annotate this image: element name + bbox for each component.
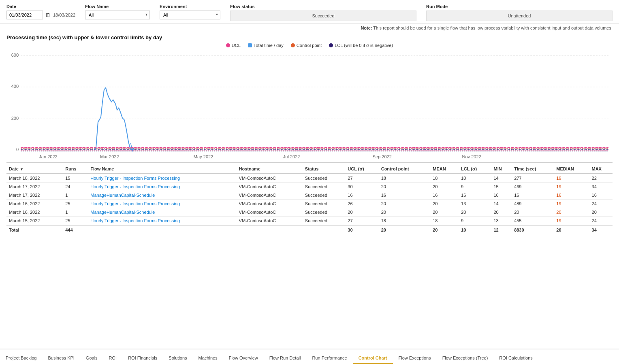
legend-ucl: UCL [226, 43, 241, 48]
total-time-label: Total time / day [254, 43, 284, 48]
tab-control-chart[interactable]: Control Chart [353, 352, 393, 364]
cell-lcl: 13 [459, 200, 491, 208]
tab-flow-run-detail[interactable]: Flow Run Detail [264, 352, 307, 364]
calendar-icon[interactable]: 🗓 [45, 12, 51, 18]
cell-lcl: 9 [459, 217, 491, 226]
cell-median: 19 [554, 183, 589, 191]
col-runs: Runs [63, 164, 88, 174]
cell-ucl: 20 [345, 208, 378, 217]
svg-text:200: 200 [11, 116, 19, 121]
tab-roi-financials[interactable]: ROI Financials [122, 352, 163, 364]
tab-flow-exceptions[interactable]: Flow Exceptions [393, 352, 437, 364]
svg-text:Mar 2022: Mar 2022 [100, 154, 119, 159]
date-filter-group: Date 🗓 18/03/2022 [6, 4, 75, 19]
cell-mean: 18 [430, 217, 459, 226]
col-status: Status [303, 164, 346, 174]
run-mode-button[interactable]: Unattended [426, 11, 613, 21]
footer-cp: 20 [379, 225, 431, 234]
cell-ucl: 27 [345, 174, 378, 183]
environment-select[interactable]: All [160, 11, 220, 19]
cell-control-point: 18 [379, 174, 431, 183]
col-lcl: LCL (σ) [459, 164, 491, 174]
note-prefix: Note: [361, 26, 372, 30]
environment-filter-group: Environment All [160, 4, 220, 19]
tab-business-kpi[interactable]: Business KPI [42, 352, 80, 364]
cell-status: Succeeded [303, 217, 346, 226]
lcl-label: LCL (will be 0 if σ is negative) [335, 43, 393, 48]
cell-flow-name[interactable]: Hourly Trigger - Inspection Forms Proces… [88, 174, 236, 183]
cell-flow-name[interactable]: ManageHumanCapital-Schedule [88, 208, 236, 217]
flow-name-select[interactable]: All [85, 11, 150, 19]
cell-max: 34 [589, 183, 613, 191]
col-max: MAX [589, 164, 613, 174]
col-ucl: UCL (σ) [345, 164, 378, 174]
cell-runs: 25 [63, 217, 88, 226]
cell-flow-name[interactable]: ManageHumanCapital-Schedule [88, 191, 236, 200]
svg-text:Sep 2022: Sep 2022 [373, 154, 392, 159]
flow-status-button[interactable]: Succeeded [230, 11, 416, 21]
tab-goals[interactable]: Goals [80, 352, 103, 364]
table-header-row: Date ▼ Runs Flow Name Hostname Status UC… [6, 164, 613, 174]
svg-text:0: 0 [16, 147, 19, 152]
col-date: Date ▼ [6, 164, 63, 174]
footer-lcl: 10 [459, 225, 491, 234]
bottom-tabs: Project BacklogBusiness KPIGoalsROIROI F… [0, 349, 619, 364]
environment-label: Environment [160, 4, 220, 9]
footer-label: Total [6, 225, 63, 234]
footer-hostname [237, 225, 303, 234]
col-median: MEDIAN [554, 164, 589, 174]
cell-flow-name[interactable]: Hourly Trigger - Inspection Forms Proces… [88, 183, 236, 191]
ucl-dot [226, 43, 230, 47]
cell-median: 20 [554, 208, 589, 217]
tab-roi-calculations[interactable]: ROI Calculations [493, 352, 538, 364]
cell-hostname: VM-ContosoAutoC [237, 183, 303, 191]
col-mean: MEAN [430, 164, 459, 174]
cell-min: 14 [491, 174, 512, 183]
tab-flow-exceptions-tree[interactable]: Flow Exceptions (Tree) [437, 352, 494, 364]
cell-time: 489 [512, 200, 554, 208]
footer-min: 12 [491, 225, 512, 234]
chart-svg: 600 400 200 0 [6, 49, 613, 162]
col-control-point: Control point [379, 164, 431, 174]
tab-machines[interactable]: Machines [193, 352, 223, 364]
cell-runs: 15 [63, 174, 88, 183]
cell-status: Succeeded [303, 208, 346, 217]
chart-section: Processing time (sec) with upper & lower… [0, 32, 619, 163]
footer-time: 8830 [512, 225, 554, 234]
table-row: March 16, 2022 1 ManageHumanCapital-Sche… [6, 208, 613, 217]
cell-date: March 17, 2022 [6, 191, 63, 200]
col-hostname: Hostname [237, 164, 303, 174]
cell-min: 20 [491, 208, 512, 217]
cell-ucl: 16 [345, 191, 378, 200]
cell-control-point: 20 [379, 208, 431, 217]
cell-median: 16 [554, 191, 589, 200]
tab-run-performance[interactable]: Run Performance [306, 352, 352, 364]
cell-ucl: 26 [345, 200, 378, 208]
col-min: MIN [491, 164, 512, 174]
legend-total-time: Total time / day [248, 43, 284, 48]
cell-lcl: 9 [459, 183, 491, 191]
table-footer-row: Total 444 30 20 20 10 12 8830 20 34 [6, 225, 613, 234]
footer-runs: 444 [63, 225, 88, 234]
legend-lcl: LCL (will be 0 if σ is negative) [329, 43, 393, 48]
cell-status: Succeeded [303, 183, 346, 191]
tab-project-backlog[interactable]: Project Backlog [0, 352, 42, 364]
control-point-label: Control point [297, 43, 322, 48]
cell-mean: 16 [430, 191, 459, 200]
cell-hostname: VM-ContosoAutoC [237, 208, 303, 217]
svg-text:Jan 2022: Jan 2022 [39, 154, 57, 159]
cell-status: Succeeded [303, 174, 346, 183]
cell-runs: 25 [63, 200, 88, 208]
tab-flow-overview[interactable]: Flow Overview [223, 352, 264, 364]
cell-mean: 20 [430, 200, 459, 208]
date-from-input[interactable] [6, 11, 43, 19]
environment-select-wrapper: All [160, 11, 220, 19]
tab-solutions[interactable]: Solutions [163, 352, 192, 364]
cell-min: 14 [491, 200, 512, 208]
cell-min: 15 [491, 183, 512, 191]
cell-time: 16 [512, 191, 554, 200]
cell-min: 13 [491, 217, 512, 226]
cell-flow-name[interactable]: Hourly Trigger - Inspection Forms Proces… [88, 217, 236, 226]
tab-roi[interactable]: ROI [103, 352, 123, 364]
cell-flow-name[interactable]: Hourly Trigger - Inspection Forms Proces… [88, 200, 236, 208]
